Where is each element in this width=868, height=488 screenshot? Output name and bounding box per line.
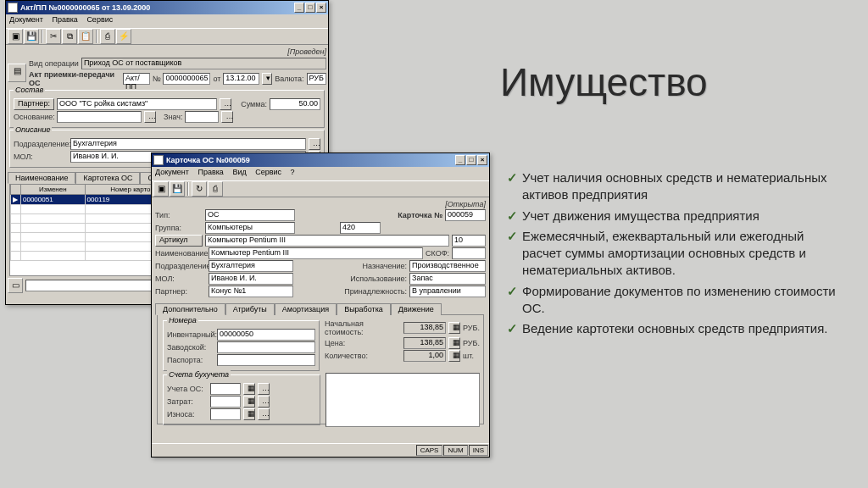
tab-vyr[interactable]: Выработка	[337, 303, 391, 315]
menu-item[interactable]: Вид	[232, 168, 246, 176]
paste-icon[interactable]: 📋	[78, 29, 93, 44]
uch-field[interactable]	[210, 383, 241, 395]
grp-field[interactable]: Компьютеры	[205, 222, 295, 234]
osn-field[interactable]	[57, 111, 142, 123]
artikul-field[interactable]: Компьютер Pentium III	[205, 235, 449, 247]
lookup-button[interactable]: ▦	[243, 396, 255, 408]
lookup-button[interactable]: …	[144, 111, 156, 123]
maximize-button[interactable]: □	[305, 3, 315, 13]
tip-field[interactable]: ОС	[205, 209, 295, 221]
tab-amort[interactable]: Амортизация	[275, 303, 337, 315]
menubar[interactable]: Документ Правка Сервис	[6, 14, 328, 28]
menu-item[interactable]: Документ	[155, 168, 189, 176]
znak-label: Знач:	[164, 113, 182, 121]
isp-label: Использование:	[350, 274, 407, 283]
tab-dvizh[interactable]: Движение	[391, 303, 442, 315]
menu-item[interactable]: Правка	[198, 168, 223, 176]
close-button[interactable]: ×	[316, 3, 326, 13]
kart-field[interactable]: 000059	[445, 209, 486, 221]
new-icon[interactable]: ▣	[8, 29, 23, 44]
doc-icon[interactable]: ▤	[8, 64, 26, 82]
skof-field[interactable]	[452, 247, 486, 259]
prt-label: Партнер:	[155, 287, 206, 296]
naz-field[interactable]: Производственное	[409, 260, 486, 272]
menubar[interactable]: Документ Правка Вид Сервис ?	[152, 167, 489, 180]
from-label: от	[213, 75, 220, 83]
titlebar[interactable]: Карточка ОС №000059 _ □ ×	[152, 153, 489, 167]
save-icon[interactable]: 💾	[170, 181, 185, 197]
lookup-button[interactable]: ▦	[243, 383, 255, 395]
tab-naimen[interactable]: Наименование	[8, 172, 75, 184]
memo-icon[interactable]: ▭	[8, 278, 23, 293]
notes-area[interactable]	[326, 373, 480, 427]
action-icon[interactable]: ⚡	[116, 29, 131, 44]
grp-code-field[interactable]: 420	[340, 222, 381, 234]
izn-field[interactable]	[210, 408, 241, 420]
currency-label: Валюта:	[275, 75, 303, 83]
print-icon[interactable]: ⎙	[208, 181, 223, 197]
menu-item[interactable]: ?	[291, 168, 295, 176]
lookup-button[interactable]: …	[309, 138, 320, 150]
close-button[interactable]: ×	[477, 155, 487, 165]
tab-dop[interactable]: Дополнительно	[155, 303, 225, 315]
lookup-button[interactable]: …	[258, 408, 270, 420]
lookup-button[interactable]: …	[220, 98, 231, 110]
save-icon[interactable]: 💾	[24, 29, 39, 44]
number-field[interactable]: 0000000065	[163, 73, 210, 85]
titlebar[interactable]: Акт/ПП №0000000065 от 13.09.2000 _ □ ×	[6, 1, 328, 14]
grp-label: Группа:	[155, 224, 203, 232]
copy-icon[interactable]: ⧉	[62, 29, 77, 44]
menu-item[interactable]: Сервис	[255, 168, 281, 176]
col-izm[interactable]: Изменен	[21, 185, 86, 195]
new-icon[interactable]: ▣	[153, 181, 169, 197]
summa-label: Сумма:	[241, 100, 267, 108]
doc-type-field[interactable]: Акт/ПП	[123, 73, 150, 85]
mol-field[interactable]: Иванов И. И.	[209, 273, 293, 285]
inv-field[interactable]: 00000050	[217, 329, 315, 341]
kart-label: Карточка №	[398, 211, 442, 219]
group-caption: Счета бухучета	[167, 370, 231, 379]
lookup-button[interactable]: …	[258, 383, 270, 395]
calendar-button[interactable]: ▾	[262, 73, 272, 85]
zav-field[interactable]	[217, 341, 315, 353]
nm-field[interactable]: Компьютер Pentium III	[209, 247, 423, 259]
refresh-icon[interactable]: ↻	[192, 181, 207, 197]
maximize-button[interactable]: □	[466, 155, 476, 165]
prin-field[interactable]: В управлении	[409, 286, 486, 297]
menu-item[interactable]: Документ	[9, 15, 43, 24]
uch-label: Учета ОС:	[167, 385, 208, 393]
summa-field[interactable]: 50.00	[270, 98, 320, 110]
podr-field[interactable]: Бухгалтерия	[209, 260, 293, 272]
lookup-button[interactable]: ▦	[243, 408, 255, 420]
lookup-button[interactable]: …	[221, 111, 233, 123]
unit-rub: РУБ.	[463, 339, 480, 347]
calc-button[interactable]: ▦	[448, 337, 460, 349]
nm-label: Наименование:	[155, 249, 206, 258]
minimize-button[interactable]: _	[294, 3, 304, 13]
prin-label: Принадлежность:	[344, 287, 407, 296]
tab-attr[interactable]: Атрибуты	[225, 303, 275, 315]
zat-field[interactable]	[210, 396, 241, 408]
lookup-button[interactable]: …	[258, 396, 270, 408]
cut-icon[interactable]: ✂	[46, 29, 61, 44]
znak-field[interactable]	[185, 111, 219, 123]
date-field[interactable]: 13.12.00	[223, 73, 259, 85]
pas-field[interactable]	[217, 354, 315, 366]
isp-field[interactable]: Запас	[409, 273, 486, 285]
calc-button[interactable]: ▦	[448, 350, 460, 362]
artikul-button[interactable]: Артикул	[155, 235, 203, 247]
operation-type-field[interactable]: Приход ОС от поставщиков	[81, 58, 326, 69]
calc-button[interactable]: ▦	[448, 322, 460, 334]
naz-label: Назначение:	[362, 262, 407, 270]
menu-item[interactable]: Сервис	[86, 15, 113, 24]
currency-field[interactable]: РУБ	[307, 73, 326, 85]
partner-field[interactable]: ООО "ТС ройка систамз"	[57, 98, 217, 110]
artikul-qty-field[interactable]: 10	[452, 235, 486, 247]
menu-item[interactable]: Правка	[52, 15, 77, 24]
minimize-button[interactable]: _	[455, 155, 465, 165]
print-icon[interactable]: ⎙	[100, 29, 115, 44]
podr-field[interactable]: Бухгалтерия	[70, 138, 306, 150]
tab-kart[interactable]: Картотека ОС	[75, 172, 140, 184]
partner-button[interactable]: Партнер:	[14, 98, 54, 110]
prt-field[interactable]: Конус №1	[209, 286, 293, 297]
